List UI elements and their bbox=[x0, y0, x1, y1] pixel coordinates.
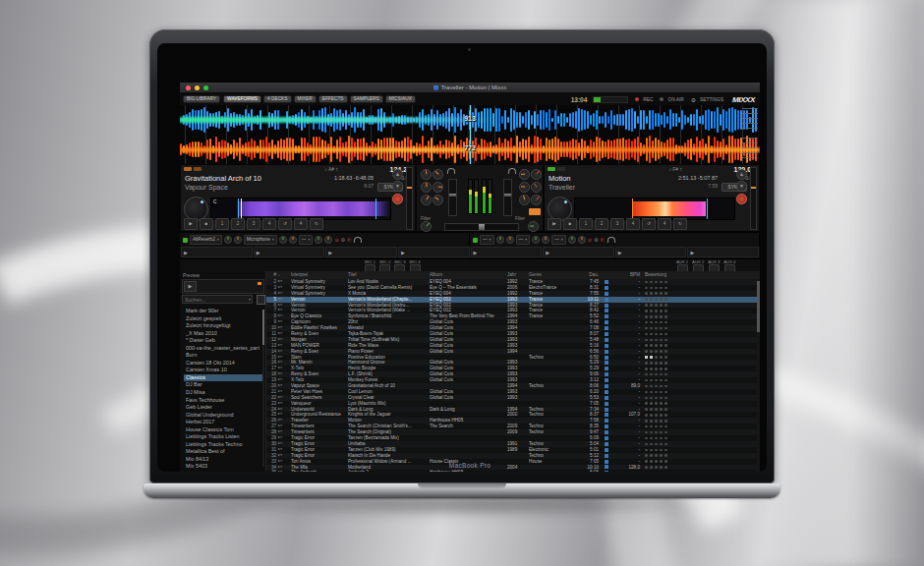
deck2-hotcue-4-button[interactable]: 4 bbox=[626, 218, 640, 230]
deck2-rate-up-button[interactable]: ▲ bbox=[736, 169, 747, 180]
deck2-cue-button[interactable] bbox=[736, 194, 747, 204]
col-header-num[interactable]: # bbox=[266, 271, 278, 279]
toolbar-view-mics-aux[interactable]: MICS/AUX bbox=[385, 95, 416, 104]
record-button[interactable]: REC bbox=[643, 97, 653, 102]
mixer-knob[interactable] bbox=[421, 221, 432, 232]
sampler-5[interactable]: ▶ bbox=[471, 247, 543, 257]
deck1-loop-size-button[interactable]: 4 bbox=[294, 218, 308, 230]
sidebar-item[interactable]: DJ Bar bbox=[184, 381, 262, 389]
search-input[interactable] bbox=[182, 295, 253, 304]
mixer-knob[interactable] bbox=[421, 195, 432, 205]
table-scrollbar[interactable] bbox=[757, 279, 760, 472]
mixer-knob[interactable] bbox=[519, 195, 530, 205]
sampler-8[interactable]: ▶ bbox=[687, 247, 759, 257]
sidebar-item[interactable]: Metallica Best of bbox=[184, 448, 262, 456]
chevron-down-icon[interactable]: ▾ bbox=[561, 236, 563, 244]
chevron-down-icon[interactable]: ▾ bbox=[217, 236, 219, 244]
chevron-down-icon[interactable]: ▾ bbox=[272, 236, 274, 244]
fx1-power-icon[interactable] bbox=[183, 238, 188, 243]
mixer-knob[interactable] bbox=[433, 169, 443, 180]
mixer-knob[interactable] bbox=[421, 169, 432, 180]
sidebar-item[interactable]: DJ Misa bbox=[184, 389, 262, 397]
mixer-knob[interactable] bbox=[519, 182, 530, 193]
deck1-pitch-slider[interactable] bbox=[406, 167, 413, 230]
headphone-icon[interactable] bbox=[507, 168, 515, 174]
sidebar-item[interactable]: Geb Lieder bbox=[184, 404, 262, 412]
talkover-icon[interactable]: ✆ bbox=[347, 238, 351, 243]
gear-icon[interactable]: ⚙ bbox=[341, 238, 345, 243]
mixer-knob[interactable] bbox=[531, 182, 542, 193]
toolbar-view-4-decks[interactable]: 4 DECKS bbox=[263, 95, 292, 104]
deck2-hotcue-1-button[interactable]: 1 bbox=[579, 218, 593, 230]
deck1-hotcue-1-button[interactable]: 1 bbox=[215, 218, 229, 230]
deck2-hotcue-2-button[interactable]: 2 bbox=[595, 218, 608, 230]
sidebar-item[interactable]: Favs Techhouse bbox=[184, 397, 262, 405]
preview-eject-button[interactable] bbox=[258, 282, 261, 285]
col-header-genre[interactable]: Genre bbox=[529, 271, 571, 279]
fx1-slot-2[interactable]: Microphone▾ bbox=[244, 235, 277, 245]
deck2-stop-button[interactable]: ■ bbox=[563, 218, 577, 230]
mixer-knob[interactable] bbox=[433, 195, 443, 205]
deck2-play-button[interactable]: ▶ bbox=[548, 218, 561, 230]
headphone-icon[interactable] bbox=[606, 237, 614, 243]
mic-mute-icon[interactable]: ⊘ bbox=[588, 238, 592, 243]
sidebar-item[interactable]: Carsten Xmas 10 bbox=[184, 367, 262, 374]
deck2-loop-in-button[interactable]: ↺ bbox=[642, 218, 656, 230]
deck1-cue-button[interactable] bbox=[392, 194, 403, 204]
deck2-hotcue-3-button[interactable]: 3 bbox=[610, 218, 624, 230]
col-header-album[interactable]: Album bbox=[430, 271, 507, 279]
gear-icon[interactable]: ⚙ bbox=[594, 238, 598, 243]
chevron-down-icon[interactable]: ▾ bbox=[525, 236, 527, 244]
window-titlebar[interactable]: Traveller - Motion | Mixxx bbox=[180, 83, 760, 93]
deck2-waveform[interactable]: 772 bbox=[180, 135, 760, 165]
sampler-6[interactable]: ▶ bbox=[543, 247, 614, 257]
settings-button[interactable]: SETTINGS bbox=[700, 97, 723, 102]
sidebar-item[interactable]: Lieblings Tracks Listen bbox=[184, 433, 262, 441]
col-header-duration[interactable]: Dau. bbox=[571, 271, 601, 279]
sidebar-item[interactable]: Herbst 2017 bbox=[184, 419, 262, 426]
sidebar-item[interactable]: House Classics Tom bbox=[184, 426, 262, 434]
deck1-rate-up-button[interactable]: ▲ bbox=[392, 169, 403, 180]
deck1-waveform[interactable]: 913 bbox=[180, 105, 760, 136]
toolbar-view-waveforms[interactable]: WAVEFORMS bbox=[223, 95, 261, 104]
deck1-loop-in-button[interactable]: ↺ bbox=[278, 218, 292, 230]
col-header-icon[interactable]: ♪ bbox=[278, 271, 291, 279]
sidebar-item[interactable]: * Dieter Geb. bbox=[184, 337, 262, 345]
col-header-title[interactable]: Titel bbox=[348, 271, 430, 279]
toolbar-view-effects[interactable]: EFFECTS bbox=[318, 95, 348, 104]
mixer-knob[interactable] bbox=[519, 169, 530, 180]
sidebar-item[interactable]: Global Underground bbox=[184, 412, 262, 420]
deck1-play-button[interactable]: ▶ bbox=[184, 218, 198, 230]
talkover-icon[interactable]: ✆ bbox=[601, 238, 605, 243]
sidebar-item[interactable]: Classics bbox=[184, 374, 262, 382]
deck1-hotcue-4-button[interactable]: 4 bbox=[262, 218, 276, 230]
chevron-down-icon[interactable]: ▾ bbox=[308, 236, 310, 244]
sidebar-item[interactable]: _X Mas 2010 bbox=[184, 330, 262, 338]
fx2-power-icon[interactable] bbox=[473, 238, 478, 243]
fx2-slot-3[interactable]: —▾ bbox=[551, 235, 566, 245]
deck1-hotcue-2-button[interactable]: 2 bbox=[231, 218, 245, 230]
headphone-icon[interactable] bbox=[446, 168, 454, 174]
sidebar-item[interactable]: Zuletzt hinzugefügt bbox=[184, 322, 262, 330]
deck1-rate-down-button[interactable]: ▼ bbox=[392, 181, 403, 192]
deck2-loop-size-button[interactable]: 4 bbox=[658, 218, 671, 230]
sampler-1[interactable]: ▶ bbox=[181, 247, 253, 257]
sidebar-item[interactable]: Mark der 90er bbox=[184, 308, 262, 315]
sidebar-item[interactable]: Carsten 18 Okt 2014 bbox=[184, 360, 262, 368]
deck2-loop-out-button[interactable]: ↻ bbox=[673, 218, 687, 230]
crate-icon[interactable] bbox=[257, 295, 265, 305]
sidebar-item[interactable]: Lieblings Tracks Techno bbox=[184, 441, 262, 449]
sidebar-item[interactable]: Burn bbox=[184, 352, 262, 360]
col-header-bpmlock[interactable] bbox=[601, 271, 612, 279]
headphone-icon[interactable] bbox=[353, 237, 361, 243]
fx2-slot-1[interactable]: —▾ bbox=[480, 235, 494, 245]
col-header-artist[interactable]: Interpret bbox=[291, 271, 348, 279]
crossfader[interactable] bbox=[444, 223, 519, 231]
mixer-knob[interactable] bbox=[528, 221, 539, 232]
chevron-down-icon[interactable]: ▾ bbox=[249, 297, 251, 302]
deck2-rate-down-button[interactable]: ▼ bbox=[736, 181, 747, 192]
fx1-slot-1[interactable]: AltReverb2▾ bbox=[190, 235, 222, 245]
fx2-slot-2[interactable]: —▾ bbox=[516, 235, 531, 245]
preview-play-button[interactable]: ▶ bbox=[184, 281, 197, 292]
onair-button[interactable]: ON AIR bbox=[667, 97, 683, 102]
